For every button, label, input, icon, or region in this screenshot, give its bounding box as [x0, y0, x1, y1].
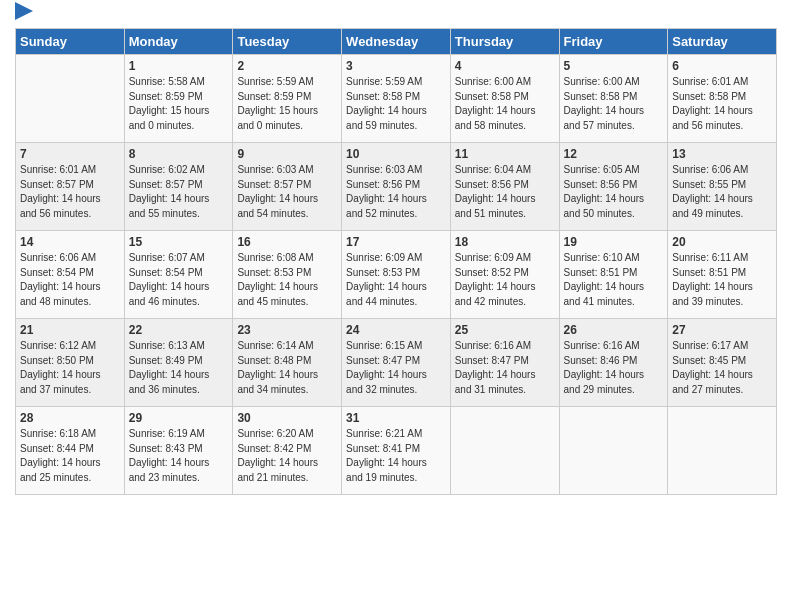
day-number: 31	[346, 411, 446, 425]
day-info: Sunrise: 6:09 AM Sunset: 8:52 PM Dayligh…	[455, 251, 555, 309]
day-number: 20	[672, 235, 772, 249]
day-number: 4	[455, 59, 555, 73]
day-number: 22	[129, 323, 229, 337]
page-container: General Blue SundayMondayTuesdayWednesda…	[0, 0, 792, 505]
calendar-cell	[668, 407, 777, 495]
day-info: Sunrise: 6:03 AM Sunset: 8:56 PM Dayligh…	[346, 163, 446, 221]
day-number: 5	[564, 59, 664, 73]
calendar-cell: 21Sunrise: 6:12 AM Sunset: 8:50 PM Dayli…	[16, 319, 125, 407]
logo-arrow-icon	[15, 2, 33, 20]
day-info: Sunrise: 6:00 AM Sunset: 8:58 PM Dayligh…	[564, 75, 664, 133]
day-info: Sunrise: 6:04 AM Sunset: 8:56 PM Dayligh…	[455, 163, 555, 221]
day-number: 8	[129, 147, 229, 161]
week-row-2: 7Sunrise: 6:01 AM Sunset: 8:57 PM Daylig…	[16, 143, 777, 231]
day-info: Sunrise: 6:18 AM Sunset: 8:44 PM Dayligh…	[20, 427, 120, 485]
day-info: Sunrise: 6:16 AM Sunset: 8:46 PM Dayligh…	[564, 339, 664, 397]
day-info: Sunrise: 6:17 AM Sunset: 8:45 PM Dayligh…	[672, 339, 772, 397]
calendar-cell: 1Sunrise: 5:58 AM Sunset: 8:59 PM Daylig…	[124, 55, 233, 143]
day-info: Sunrise: 6:08 AM Sunset: 8:53 PM Dayligh…	[237, 251, 337, 309]
day-number: 1	[129, 59, 229, 73]
calendar-cell: 9Sunrise: 6:03 AM Sunset: 8:57 PM Daylig…	[233, 143, 342, 231]
day-header-thursday: Thursday	[450, 29, 559, 55]
calendar-cell: 19Sunrise: 6:10 AM Sunset: 8:51 PM Dayli…	[559, 231, 668, 319]
day-number: 7	[20, 147, 120, 161]
calendar-cell: 16Sunrise: 6:08 AM Sunset: 8:53 PM Dayli…	[233, 231, 342, 319]
day-header-sunday: Sunday	[16, 29, 125, 55]
calendar-cell: 26Sunrise: 6:16 AM Sunset: 8:46 PM Dayli…	[559, 319, 668, 407]
calendar-cell	[559, 407, 668, 495]
calendar-cell: 17Sunrise: 6:09 AM Sunset: 8:53 PM Dayli…	[342, 231, 451, 319]
week-row-3: 14Sunrise: 6:06 AM Sunset: 8:54 PM Dayli…	[16, 231, 777, 319]
calendar-cell: 22Sunrise: 6:13 AM Sunset: 8:49 PM Dayli…	[124, 319, 233, 407]
day-info: Sunrise: 5:59 AM Sunset: 8:59 PM Dayligh…	[237, 75, 337, 133]
day-info: Sunrise: 6:16 AM Sunset: 8:47 PM Dayligh…	[455, 339, 555, 397]
calendar-cell: 7Sunrise: 6:01 AM Sunset: 8:57 PM Daylig…	[16, 143, 125, 231]
day-info: Sunrise: 6:09 AM Sunset: 8:53 PM Dayligh…	[346, 251, 446, 309]
day-number: 25	[455, 323, 555, 337]
calendar-cell: 10Sunrise: 6:03 AM Sunset: 8:56 PM Dayli…	[342, 143, 451, 231]
day-number: 9	[237, 147, 337, 161]
day-number: 16	[237, 235, 337, 249]
week-row-5: 28Sunrise: 6:18 AM Sunset: 8:44 PM Dayli…	[16, 407, 777, 495]
day-number: 26	[564, 323, 664, 337]
calendar-cell: 6Sunrise: 6:01 AM Sunset: 8:58 PM Daylig…	[668, 55, 777, 143]
day-number: 28	[20, 411, 120, 425]
calendar-cell: 23Sunrise: 6:14 AM Sunset: 8:48 PM Dayli…	[233, 319, 342, 407]
day-info: Sunrise: 6:15 AM Sunset: 8:47 PM Dayligh…	[346, 339, 446, 397]
day-number: 27	[672, 323, 772, 337]
day-header-friday: Friday	[559, 29, 668, 55]
day-info: Sunrise: 6:11 AM Sunset: 8:51 PM Dayligh…	[672, 251, 772, 309]
day-number: 18	[455, 235, 555, 249]
day-number: 30	[237, 411, 337, 425]
day-info: Sunrise: 6:00 AM Sunset: 8:58 PM Dayligh…	[455, 75, 555, 133]
day-info: Sunrise: 6:21 AM Sunset: 8:41 PM Dayligh…	[346, 427, 446, 485]
calendar-cell: 29Sunrise: 6:19 AM Sunset: 8:43 PM Dayli…	[124, 407, 233, 495]
day-info: Sunrise: 6:13 AM Sunset: 8:49 PM Dayligh…	[129, 339, 229, 397]
day-info: Sunrise: 6:01 AM Sunset: 8:57 PM Dayligh…	[20, 163, 120, 221]
calendar-cell: 11Sunrise: 6:04 AM Sunset: 8:56 PM Dayli…	[450, 143, 559, 231]
day-info: Sunrise: 5:58 AM Sunset: 8:59 PM Dayligh…	[129, 75, 229, 133]
day-number: 24	[346, 323, 446, 337]
header: General Blue	[15, 10, 777, 20]
day-number: 21	[20, 323, 120, 337]
day-info: Sunrise: 6:14 AM Sunset: 8:48 PM Dayligh…	[237, 339, 337, 397]
calendar-header-row: SundayMondayTuesdayWednesdayThursdayFrid…	[16, 29, 777, 55]
day-info: Sunrise: 6:07 AM Sunset: 8:54 PM Dayligh…	[129, 251, 229, 309]
calendar-cell: 4Sunrise: 6:00 AM Sunset: 8:58 PM Daylig…	[450, 55, 559, 143]
day-header-tuesday: Tuesday	[233, 29, 342, 55]
svg-marker-4	[15, 2, 33, 20]
calendar-cell: 27Sunrise: 6:17 AM Sunset: 8:45 PM Dayli…	[668, 319, 777, 407]
day-info: Sunrise: 6:01 AM Sunset: 8:58 PM Dayligh…	[672, 75, 772, 133]
day-number: 23	[237, 323, 337, 337]
day-number: 12	[564, 147, 664, 161]
day-number: 3	[346, 59, 446, 73]
calendar-cell: 2Sunrise: 5:59 AM Sunset: 8:59 PM Daylig…	[233, 55, 342, 143]
day-info: Sunrise: 6:12 AM Sunset: 8:50 PM Dayligh…	[20, 339, 120, 397]
day-number: 15	[129, 235, 229, 249]
day-number: 14	[20, 235, 120, 249]
calendar-cell: 14Sunrise: 6:06 AM Sunset: 8:54 PM Dayli…	[16, 231, 125, 319]
day-info: Sunrise: 6:06 AM Sunset: 8:55 PM Dayligh…	[672, 163, 772, 221]
week-row-4: 21Sunrise: 6:12 AM Sunset: 8:50 PM Dayli…	[16, 319, 777, 407]
calendar-cell: 12Sunrise: 6:05 AM Sunset: 8:56 PM Dayli…	[559, 143, 668, 231]
day-info: Sunrise: 6:10 AM Sunset: 8:51 PM Dayligh…	[564, 251, 664, 309]
day-number: 13	[672, 147, 772, 161]
day-info: Sunrise: 6:19 AM Sunset: 8:43 PM Dayligh…	[129, 427, 229, 485]
calendar-cell: 15Sunrise: 6:07 AM Sunset: 8:54 PM Dayli…	[124, 231, 233, 319]
calendar-cell: 13Sunrise: 6:06 AM Sunset: 8:55 PM Dayli…	[668, 143, 777, 231]
calendar-cell: 28Sunrise: 6:18 AM Sunset: 8:44 PM Dayli…	[16, 407, 125, 495]
calendar-cell	[450, 407, 559, 495]
calendar-cell	[16, 55, 125, 143]
day-header-wednesday: Wednesday	[342, 29, 451, 55]
calendar-cell: 20Sunrise: 6:11 AM Sunset: 8:51 PM Dayli…	[668, 231, 777, 319]
logo: General Blue	[15, 10, 33, 20]
day-number: 19	[564, 235, 664, 249]
day-number: 11	[455, 147, 555, 161]
day-info: Sunrise: 6:03 AM Sunset: 8:57 PM Dayligh…	[237, 163, 337, 221]
week-row-1: 1Sunrise: 5:58 AM Sunset: 8:59 PM Daylig…	[16, 55, 777, 143]
day-header-monday: Monday	[124, 29, 233, 55]
day-header-saturday: Saturday	[668, 29, 777, 55]
calendar-cell: 5Sunrise: 6:00 AM Sunset: 8:58 PM Daylig…	[559, 55, 668, 143]
day-info: Sunrise: 6:05 AM Sunset: 8:56 PM Dayligh…	[564, 163, 664, 221]
calendar-table: SundayMondayTuesdayWednesdayThursdayFrid…	[15, 28, 777, 495]
